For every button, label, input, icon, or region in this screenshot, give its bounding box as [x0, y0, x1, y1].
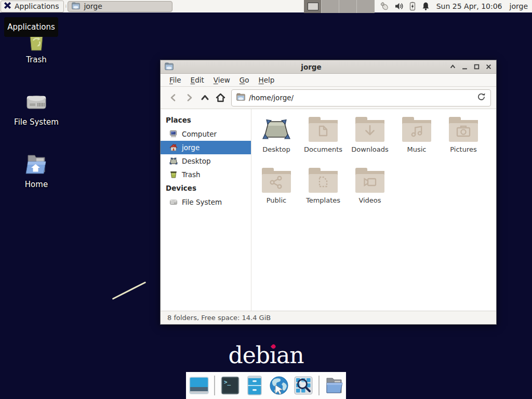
harddrive-icon [169, 198, 178, 206]
folder-item-documents[interactable]: Documents [300, 114, 347, 165]
sidebar-item-jorge[interactable]: jorge [161, 141, 251, 154]
app-finder-icon[interactable] [293, 375, 314, 396]
workspace-cell[interactable] [357, 0, 375, 13]
maximize-button[interactable] [473, 63, 480, 71]
share-glyph [262, 168, 291, 193]
menu-edit[interactable]: Edit [186, 76, 209, 84]
workspace-switcher [304, 0, 375, 13]
desktop-icon-label: File System [8, 117, 65, 127]
menu-view[interactable]: View [209, 76, 235, 84]
menu-help[interactable]: Help [254, 76, 280, 84]
computer-icon [169, 130, 178, 138]
sidebar-item-computer[interactable]: Computer [161, 127, 251, 141]
taskbar-window-button[interactable]: jorge [68, 1, 172, 12]
window-folder-icon [165, 62, 174, 72]
file-manager-window: jorge File Edit View Go Help [160, 60, 497, 325]
path-bar[interactable]: /home/jorge/ [231, 89, 491, 107]
bell-icon[interactable] [421, 2, 430, 11]
folder-label: Public [267, 196, 286, 204]
show-desktop-icon[interactable] [189, 375, 209, 396]
close-icon[interactable] [485, 63, 492, 71]
sidebar: Places Computer jorge [161, 109, 251, 311]
home-icon [169, 143, 178, 152]
folder-item-downloads[interactable]: Downloads [347, 114, 393, 165]
menu-file[interactable]: File [165, 76, 186, 84]
sidebar-item-label: Computer [182, 130, 217, 138]
panel-username[interactable]: jorge [510, 2, 528, 10]
folder-icon [72, 2, 80, 11]
desktop-icon-home[interactable]: Home [8, 152, 65, 189]
folder-item-pictures[interactable]: Pictures [440, 114, 487, 165]
applications-menu-icon [3, 1, 12, 11]
open-folder-icon[interactable] [324, 375, 345, 396]
applications-menu-button[interactable]: Applications [1, 1, 64, 12]
battery-icon[interactable] [408, 2, 417, 11]
mouse-icon[interactable] [380, 2, 390, 11]
svg-text:>_: >_ [224, 379, 231, 385]
folder-label: Templates [306, 196, 340, 204]
web-browser-icon[interactable] [269, 375, 289, 396]
file-cabinet-icon[interactable] [244, 375, 265, 396]
menubar: File Edit View Go Help [161, 74, 496, 87]
folder-label: Pictures [450, 145, 476, 153]
folder-label: Music [407, 145, 427, 153]
desktop-icon-file-system[interactable]: File System [8, 89, 65, 127]
workspace-cell[interactable] [322, 0, 339, 13]
trash-icon [169, 170, 178, 179]
panel-clock[interactable]: Sun 25 Apr, 10:06 [436, 2, 502, 10]
sidebar-item-label: jorge [182, 143, 200, 152]
minimize-button[interactable] [461, 63, 468, 71]
dock-separator [214, 376, 215, 395]
menu-go[interactable]: Go [235, 76, 254, 84]
terminal-icon[interactable]: >_ [220, 375, 241, 396]
folder-item-desktop[interactable]: Desktop [253, 114, 300, 165]
statusbar: 8 folders, Free space: 14.4 GiB [161, 311, 496, 324]
document-glyph [309, 117, 338, 142]
sidebar-item-file-system[interactable]: File System [161, 195, 251, 209]
folder-view[interactable]: Desktop Documents Downloads [251, 109, 496, 311]
tooltip-text: Applications [7, 22, 55, 32]
workspace-cell[interactable] [339, 0, 357, 13]
home-folder-icon [8, 152, 65, 178]
sidebar-item-label: File System [182, 198, 222, 206]
forward-button[interactable] [181, 90, 197, 105]
sidebar-header-places: Places [161, 113, 251, 127]
shade-button[interactable] [449, 63, 456, 71]
system-tray [380, 2, 430, 11]
toolbar: /home/jorge/ [161, 87, 496, 109]
up-button[interactable] [197, 90, 212, 105]
folder-label: Desktop [262, 145, 290, 153]
desktop-pad-icon [262, 117, 291, 142]
sidebar-item-trash[interactable]: Trash [161, 168, 251, 181]
sidebar-header-devices: Devices [161, 181, 251, 195]
folder-item-music[interactable]: Music [393, 114, 440, 165]
reload-icon[interactable] [477, 92, 486, 103]
window-title: jorge [177, 63, 446, 71]
sidebar-item-desktop[interactable]: Desktop [161, 154, 251, 168]
desktop-icon [169, 157, 178, 165]
folder-label: Documents [304, 145, 342, 153]
desktop-line-artifact [112, 282, 147, 300]
path-input[interactable]: /home/jorge/ [249, 94, 473, 102]
dock-panel: >_ [186, 372, 346, 399]
home-button[interactable] [212, 90, 228, 105]
back-button[interactable] [166, 90, 181, 105]
folder-item-public[interactable]: Public [253, 165, 300, 216]
volume-icon[interactable] [394, 2, 404, 11]
titlebar[interactable]: jorge [161, 60, 496, 74]
workspace-window-thumb [308, 3, 318, 10]
sidebar-item-label: Desktop [182, 157, 211, 165]
desktop-icon-label: Trash [8, 55, 65, 64]
workspace-cell[interactable] [304, 0, 322, 13]
sidebar-item-label: Trash [182, 170, 201, 179]
debian-logo-text: debian [228, 342, 303, 368]
music-notes-glyph [402, 117, 431, 142]
folder-item-videos[interactable]: Videos [347, 165, 393, 216]
folder-label: Videos [358, 196, 381, 204]
statusbar-text: 8 folders, Free space: 14.4 GiB [167, 314, 271, 322]
applications-tooltip: Applications [4, 17, 58, 37]
template-doc-glyph [309, 168, 338, 193]
path-folder-icon [236, 93, 245, 102]
folder-item-templates[interactable]: Templates [300, 165, 347, 216]
dock-separator [318, 376, 320, 395]
